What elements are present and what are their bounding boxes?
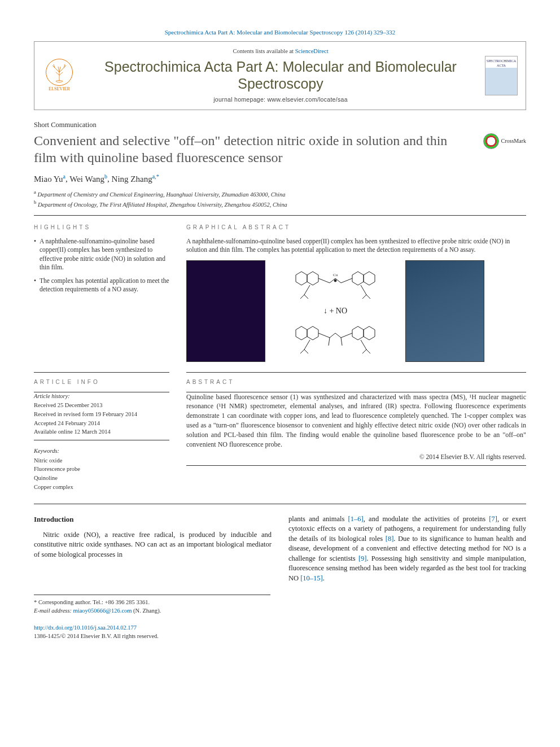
svg-marker-7 [296, 326, 307, 340]
contents-available-line: Contents lists available at ScienceDirec… [86, 47, 475, 56]
corresponding-author-note: * Corresponding author. Tel.: +86 396 28… [34, 599, 270, 607]
article-info-heading: ARTICLE INFO [34, 378, 169, 386]
journal-homepage: journal homepage: www.elsevier.com/locat… [86, 95, 475, 104]
svg-marker-3 [352, 272, 364, 285]
article-history-heading: Article history: [34, 392, 169, 401]
history-line: Received 25 December 2013 [34, 401, 169, 410]
keyword: Quinoline [34, 474, 169, 483]
abstract-text: Quinoline based fluorescence sensor (1) … [186, 392, 526, 449]
article-title: Convenient and selective "off–on" detect… [34, 132, 469, 166]
author-3: Ning Zhang [112, 174, 152, 184]
journal-header-box: ELSEVIER Contents lists available at Sci… [34, 41, 526, 110]
affiliation-a: a Department of Chemistry and Chemical E… [34, 189, 526, 199]
article-type: Short Communication [34, 120, 526, 130]
fluorescence-image-dark [186, 260, 265, 362]
chemical-scheme: Cu ↓ + NO [273, 260, 397, 362]
footnotes: * Corresponding author. Tel.: +86 396 28… [34, 595, 270, 615]
keyword: Copper complex [34, 483, 169, 492]
crossmark-icon [483, 133, 499, 149]
keyword: Nitric oxide [34, 457, 169, 465]
crossmark-badge[interactable]: CrossMark [483, 133, 526, 149]
citation-link[interactable]: [7] [489, 515, 497, 523]
citation-link[interactable]: [10–15] [300, 574, 323, 582]
citation-link[interactable]: [9] [358, 554, 367, 562]
molecule-before: Cu [273, 264, 397, 303]
reaction-label: + NO [329, 307, 347, 315]
graphical-abstract-section: GRAPHICAL ABSTRACT A naphthalene-sulfona… [186, 224, 526, 362]
journal-cover-thumbnail: SPECTROCHIMICA ACTA [485, 56, 518, 95]
intro-paragraph-1: Nitric oxide (NO), a reactive free radic… [34, 530, 272, 560]
history-line: Accepted 24 February 2014 [34, 420, 169, 428]
author-3-corr: * [156, 173, 159, 180]
graphical-abstract-heading: GRAPHICAL ABSTRACT [186, 224, 526, 231]
svg-marker-4 [364, 272, 375, 285]
graphical-abstract-figure: Cu ↓ + NO [186, 260, 526, 362]
body-text: Introduction Nitric oxide (NO), a reacti… [34, 514, 526, 584]
author-2: Wei Wang [69, 174, 104, 184]
issn-copyright-line: 1386-1425/© 2014 Elsevier B.V. All right… [34, 632, 526, 641]
abstract-copyright: © 2014 Elsevier B.V. All rights reserved… [186, 452, 526, 461]
molecule-after [273, 318, 397, 358]
highlight-item: A naphthalene-sulfonamino-quinoline base… [34, 237, 169, 272]
keyword: Fluorescence probe [34, 465, 169, 474]
divider [34, 504, 526, 504]
journal-name: Spectrochimica Acta Part A: Molecular an… [86, 58, 475, 92]
fluorescence-image-bright [405, 260, 484, 362]
divider [34, 372, 169, 373]
svg-point-5 [334, 279, 336, 282]
reaction-arrow: ↓ + NO [323, 305, 347, 317]
abstract-heading: ABSTRACT [186, 378, 526, 386]
keywords-heading: Keywords: [34, 447, 169, 456]
author-3-aff: a, [152, 173, 156, 180]
author-2-aff: b [104, 173, 107, 180]
page-footer: http://dx.doi.org/10.1016/j.saa.2014.02.… [34, 624, 526, 640]
article-info-section: ARTICLE INFO Article history: Received 2… [34, 372, 169, 492]
highlight-item: The complex has potential application to… [34, 277, 169, 294]
divider [34, 440, 169, 440]
intro-paragraph-2: plants and animals [1–6], and modulate t… [288, 514, 526, 584]
crossmark-label: CrossMark [501, 137, 526, 145]
divider [186, 465, 526, 466]
running-header: Spectrochimica Acta Part A: Molecular an… [34, 28, 526, 37]
contents-prefix: Contents lists available at [233, 48, 295, 54]
divider [34, 215, 526, 216]
sciencedirect-link[interactable]: ScienceDirect [295, 48, 329, 54]
introduction-heading: Introduction [34, 514, 272, 525]
author-1-aff: a [63, 173, 65, 180]
elsevier-label: ELSEVIER [49, 86, 70, 92]
svg-marker-9 [352, 326, 364, 340]
affiliation-b: b Department of Oncology, The First Affi… [34, 199, 526, 209]
author-1: Miao Yu [34, 174, 63, 184]
email-line: E-mail address: miaoy050666@126.com (N. … [34, 607, 270, 615]
svg-marker-1 [296, 272, 307, 285]
highlights-section: HIGHLIGHTS A naphthalene-sulfonamino-qui… [34, 224, 169, 362]
citation-link[interactable]: [1–6] [348, 515, 364, 523]
elsevier-logo: ELSEVIER [42, 56, 76, 95]
divider [186, 372, 526, 373]
graphical-abstract-text: A naphthalene-sulfonamino-quinoline base… [186, 237, 526, 255]
doi-link[interactable]: http://dx.doi.org/10.1016/j.saa.2014.02.… [34, 624, 137, 631]
abstract-section: ABSTRACT Quinoline based fluorescence se… [186, 372, 526, 492]
svg-marker-8 [307, 326, 318, 340]
affiliations: a Department of Chemistry and Chemical E… [34, 189, 526, 209]
citation-link[interactable]: [8] [386, 535, 394, 543]
authors-line: Miao Yua, Wei Wangb, Ning Zhanga,* [34, 173, 526, 185]
svg-marker-2 [307, 272, 318, 285]
email-link[interactable]: miaoy050666@126.com [73, 608, 132, 614]
history-line: Available online 12 March 2014 [34, 428, 169, 436]
svg-text:Cu: Cu [333, 273, 338, 277]
elsevier-tree-icon [46, 59, 73, 86]
svg-marker-10 [364, 326, 375, 340]
history-line: Received in revised form 19 February 201… [34, 410, 169, 419]
highlights-heading: HIGHLIGHTS [34, 224, 169, 231]
